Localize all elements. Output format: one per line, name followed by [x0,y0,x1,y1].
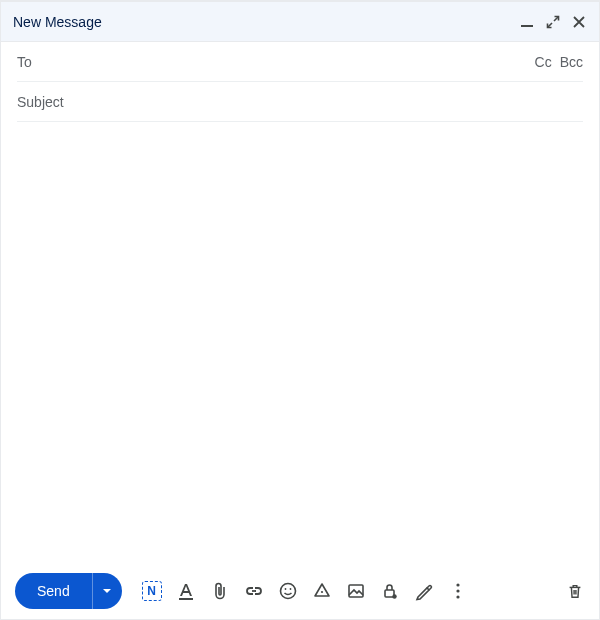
minimize-icon[interactable] [519,14,535,30]
insert-signature-icon[interactable] [414,581,434,601]
insert-emoji-icon[interactable] [278,581,298,601]
header-fields: Cc Bcc [1,42,599,122]
to-row: Cc Bcc [17,42,583,82]
compose-header: New Message [1,2,599,42]
body-area [1,122,599,563]
to-input[interactable] [17,54,535,70]
svg-point-5 [321,591,323,593]
svg-rect-0 [521,25,533,27]
subject-input[interactable] [17,94,583,110]
svg-point-2 [280,584,295,599]
svg-point-4 [289,588,291,590]
format-icons: N [142,581,468,601]
attach-file-icon[interactable] [210,581,230,601]
body-input[interactable] [17,134,583,551]
compose-title: New Message [13,14,519,30]
send-button[interactable]: Send [15,573,92,609]
cc-button[interactable]: Cc [535,54,552,70]
compose-window: New Message Cc Bcc [0,0,600,620]
svg-point-9 [456,583,459,586]
svg-point-3 [284,588,286,590]
more-options-icon[interactable] [448,581,468,601]
send-group: Send [15,573,122,609]
fullscreen-icon[interactable] [545,14,561,30]
close-icon[interactable] [571,14,587,30]
svg-point-11 [456,595,459,598]
svg-point-10 [456,589,459,592]
discard-draft-icon[interactable] [565,581,585,601]
svg-point-8 [392,594,396,598]
confidential-mode-icon[interactable] [380,581,400,601]
svg-rect-1 [179,598,193,600]
cc-bcc-group: Cc Bcc [535,54,583,70]
insert-drive-icon[interactable] [312,581,332,601]
send-options-button[interactable] [92,573,122,609]
insert-link-icon[interactable] [244,581,264,601]
insert-photo-icon[interactable] [346,581,366,601]
compose-toolbar: Send N [1,563,599,619]
spellcheck-icon[interactable]: N [142,581,162,601]
subject-row [17,82,583,122]
bcc-button[interactable]: Bcc [560,54,583,70]
window-controls [519,14,587,30]
format-text-icon[interactable] [176,581,196,601]
